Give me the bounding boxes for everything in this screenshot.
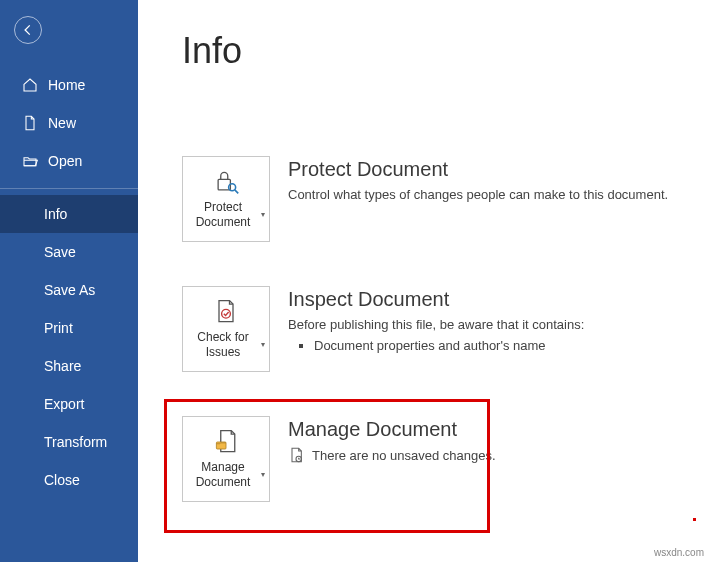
svg-point-2	[222, 309, 231, 318]
protect-section: Protect Document ▾ Protect Document Cont…	[182, 156, 712, 242]
sidebar-item-share[interactable]: Share	[0, 347, 138, 385]
protect-desc: Control what types of changes people can…	[288, 187, 712, 202]
sidebar-item-export[interactable]: Export	[0, 385, 138, 423]
checkmark-doc-icon	[212, 298, 240, 326]
protect-heading: Protect Document	[288, 158, 712, 181]
manage-status-text: There are no unsaved changes.	[312, 448, 496, 463]
sidebar-divider	[0, 188, 138, 189]
watermark: wsxdn.com	[654, 547, 704, 558]
sidebar-item-save[interactable]: Save	[0, 233, 138, 271]
card-label-text: Check for Issues	[187, 330, 259, 360]
manage-document-button[interactable]: Manage Document ▾	[182, 416, 270, 502]
annotation-dot	[693, 518, 696, 521]
sidebar-item-home[interactable]: Home	[0, 66, 138, 104]
chevron-down-icon: ▾	[261, 340, 265, 350]
sidebar-item-new[interactable]: New	[0, 104, 138, 142]
svg-point-1	[229, 184, 236, 191]
page-title: Info	[182, 30, 712, 72]
manage-heading: Manage Document	[288, 418, 712, 441]
sidebar-item-transform[interactable]: Transform	[0, 423, 138, 461]
inspect-heading: Inspect Document	[288, 288, 712, 311]
sidebar-item-label: Print	[44, 320, 73, 336]
main-panel: Info Protect Document ▾ Protect Document…	[138, 0, 712, 562]
sidebar-item-label: New	[48, 115, 76, 131]
protect-document-button[interactable]: Protect Document ▾	[182, 156, 270, 242]
sidebar-item-label: Save	[44, 244, 76, 260]
new-file-icon	[22, 115, 38, 131]
inspect-list-item: Document properties and author's name	[314, 338, 712, 353]
sidebar-item-label: Save As	[44, 282, 95, 298]
sidebar-item-label: Transform	[44, 434, 107, 450]
sidebar-item-label: Export	[44, 396, 84, 412]
sidebar-item-label: Close	[44, 472, 80, 488]
card-label-text: Protect Document	[187, 200, 259, 230]
sidebar-item-close[interactable]: Close	[0, 461, 138, 499]
sidebar-item-label: Open	[48, 153, 82, 169]
unsaved-doc-icon	[288, 447, 304, 463]
sidebar-item-label: Info	[44, 206, 67, 222]
sidebar-item-save-as[interactable]: Save As	[0, 271, 138, 309]
backstage-sidebar: Home New Open Info Save Save As Print Sh…	[0, 0, 138, 562]
manage-doc-icon	[212, 428, 240, 456]
chevron-down-icon: ▾	[261, 210, 265, 220]
arrow-left-icon	[21, 23, 35, 37]
inspect-list: Document properties and author's name	[288, 338, 712, 353]
manage-section: Manage Document ▾ Manage Document There …	[182, 416, 712, 502]
check-for-issues-button[interactable]: Check for Issues ▾	[182, 286, 270, 372]
manage-status-row: There are no unsaved changes.	[288, 447, 712, 463]
lock-search-icon	[212, 168, 240, 196]
back-button[interactable]	[14, 16, 42, 44]
folder-open-icon	[22, 153, 38, 169]
card-label-text: Manage Document	[187, 460, 259, 490]
sidebar-item-label: Share	[44, 358, 81, 374]
sidebar-item-print[interactable]: Print	[0, 309, 138, 347]
chevron-down-icon: ▾	[261, 470, 265, 480]
home-icon	[22, 77, 38, 93]
sidebar-item-info[interactable]: Info	[0, 195, 138, 233]
inspect-desc: Before publishing this file, be aware th…	[288, 317, 712, 332]
sidebar-item-open[interactable]: Open	[0, 142, 138, 180]
sidebar-item-label: Home	[48, 77, 85, 93]
inspect-section: Check for Issues ▾ Inspect Document Befo…	[182, 286, 712, 372]
